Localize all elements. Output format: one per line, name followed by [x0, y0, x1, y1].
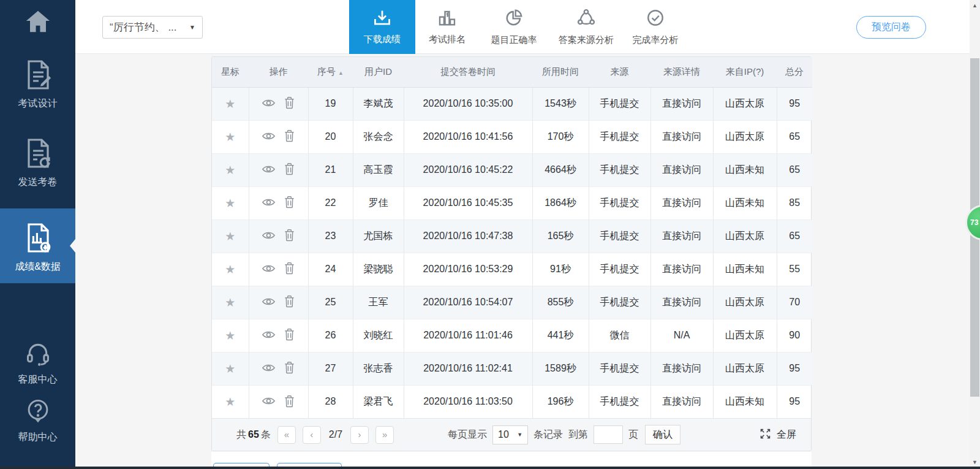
column-header-submit-time: 提交答卷时间	[404, 57, 532, 87]
sidebar-item-scores-data[interactable]: 成绩&数据	[0, 208, 75, 283]
cell-ip: 山西太原	[713, 352, 777, 385]
delete-row-icon[interactable]	[284, 162, 295, 175]
preview-questionnaire-button[interactable]: 预览问卷	[856, 16, 926, 39]
view-answer-icon[interactable]	[262, 197, 276, 208]
ranking-bars-icon	[437, 9, 457, 29]
cell-source-detail: N/A	[650, 319, 713, 352]
cell-duration: 441秒	[532, 319, 589, 352]
view-answer-icon[interactable]	[262, 362, 276, 373]
cell-submit-time: 2020/10/16 10:41:56	[404, 120, 532, 153]
delete-row-icon[interactable]	[284, 129, 295, 142]
star-icon[interactable]: ★	[225, 97, 235, 110]
goto-page-input[interactable]	[594, 425, 623, 444]
star-icon[interactable]: ★	[225, 164, 235, 177]
view-answer-icon[interactable]	[262, 329, 276, 340]
star-icon[interactable]: ★	[225, 296, 235, 309]
last-page-button[interactable]: »	[375, 426, 394, 444]
tab-download-scores[interactable]: 下载成绩	[349, 0, 415, 54]
home-icon	[0, 9, 75, 37]
delete-row-icon[interactable]	[284, 395, 295, 408]
tab-exam-ranking[interactable]: 考试排名	[415, 0, 479, 54]
cell-user-id: 李斌茂	[353, 87, 404, 120]
star-icon[interactable]: ★	[225, 131, 235, 143]
table-row: ★	[212, 385, 812, 418]
sidebar-item-service-center[interactable]: 客服中心	[0, 341, 75, 386]
cell-source-detail: 直接访问	[650, 219, 713, 253]
view-answer-icon[interactable]	[262, 263, 276, 274]
view-answer-icon[interactable]	[262, 97, 276, 109]
view-answer-icon[interactable]	[262, 296, 276, 307]
sidebar-item-help-center[interactable]: 帮助中心	[0, 397, 75, 444]
star-icon[interactable]: ★	[225, 362, 235, 375]
table-body: ★	[212, 87, 812, 418]
per-page-select[interactable]: 10 ▼	[492, 425, 528, 444]
tab-label: 题目正确率	[491, 34, 537, 46]
cell-source: 手机提交	[589, 352, 650, 385]
first-page-button[interactable]: «	[277, 426, 296, 444]
pie-chart-icon	[504, 8, 524, 29]
cell-source-detail: 直接访问	[650, 186, 713, 219]
document-edit-icon	[0, 59, 75, 93]
sidebar-item-label: 客服中心	[18, 374, 58, 384]
sidebar-item-home[interactable]	[0, 9, 75, 41]
column-header-user-id: 用户ID	[353, 57, 404, 87]
star-icon[interactable]: ★	[225, 395, 235, 408]
cell-source: 手机提交	[589, 253, 650, 286]
sidebar-item-send-exam[interactable]: 发送考卷	[0, 137, 75, 189]
delete-row-icon[interactable]	[284, 295, 295, 308]
delete-row-icon[interactable]	[284, 262, 295, 275]
star-icon[interactable]: ★	[225, 329, 235, 342]
star-icon[interactable]: ★	[225, 263, 235, 276]
delete-row-icon[interactable]	[284, 96, 295, 109]
sidebar-item-label: 帮助中心	[18, 432, 58, 442]
cell-source: 手机提交	[589, 385, 650, 418]
tab-answer-source-analysis[interactable]: 答案来源分析	[549, 0, 624, 54]
delete-row-icon[interactable]	[284, 361, 295, 374]
column-header-seq[interactable]: 序号▲	[308, 57, 353, 87]
cell-submit-time: 2020/10/16 11:02:41	[404, 352, 532, 385]
cell-user-id: 高玉霞	[353, 153, 404, 186]
cell-score: 65	[777, 219, 812, 253]
cell-user-id: 尤国栋	[353, 219, 404, 253]
sidebar-item-exam-design[interactable]: 考试设计	[0, 59, 75, 110]
cell-seq: 23	[308, 219, 353, 253]
confirm-page-button[interactable]: 确认	[645, 425, 680, 444]
scroll-down-arrow-icon[interactable]: ▼	[970, 459, 980, 465]
cell-ip: 山西太原	[713, 120, 777, 153]
survey-selector-dropdown[interactable]: “厉行节约、 ... ▼	[102, 16, 203, 39]
cell-seq: 22	[308, 186, 353, 219]
tab-label: 考试排名	[429, 34, 466, 45]
fullscreen-toggle[interactable]: 全屏	[759, 427, 796, 443]
view-answer-icon[interactable]	[262, 164, 276, 175]
sidebar-item-label: 考试设计	[18, 98, 58, 109]
tab-question-accuracy[interactable]: 题目正确率	[479, 0, 549, 54]
table-row: ★	[212, 153, 812, 186]
cell-score: 95	[777, 87, 812, 120]
star-icon[interactable]: ★	[225, 230, 235, 243]
view-answer-icon[interactable]	[262, 131, 276, 142]
cell-submit-time: 2020/10/16 10:35:00	[404, 87, 532, 120]
share-network-icon	[576, 8, 597, 29]
floating-score-badge[interactable]: 73	[965, 205, 980, 240]
table-row: ★	[212, 120, 812, 153]
delete-row-icon[interactable]	[284, 229, 295, 242]
cell-duration: 1864秒	[532, 186, 589, 219]
cell-score: 95	[777, 352, 812, 385]
star-icon[interactable]: ★	[225, 197, 235, 210]
cell-score: 95	[777, 385, 812, 418]
cell-submit-time: 2020/10/16 10:47:38	[404, 219, 532, 253]
download-icon	[372, 9, 393, 29]
scroll-up-arrow-icon[interactable]: ▲	[970, 2, 980, 9]
tab-completion-rate-analysis[interactable]: 完成率分析	[624, 0, 687, 54]
sort-asc-icon: ▲	[338, 70, 344, 76]
view-answer-icon[interactable]	[262, 230, 276, 241]
delete-row-icon[interactable]	[284, 328, 295, 341]
view-answer-icon[interactable]	[262, 395, 276, 406]
delete-row-icon[interactable]	[284, 196, 295, 208]
cell-score: 65	[777, 153, 812, 186]
next-page-button[interactable]: ›	[350, 426, 369, 444]
cell-user-id: 张会念	[353, 120, 404, 153]
prev-page-button[interactable]: ‹	[303, 426, 321, 444]
results-table-card: 星标 操作 序号▲ 用户ID 提交答卷时间 所用时间 来源 来源详情 来自IP(…	[211, 56, 812, 451]
cell-submit-time: 2020/10/16 10:54:07	[404, 286, 532, 319]
